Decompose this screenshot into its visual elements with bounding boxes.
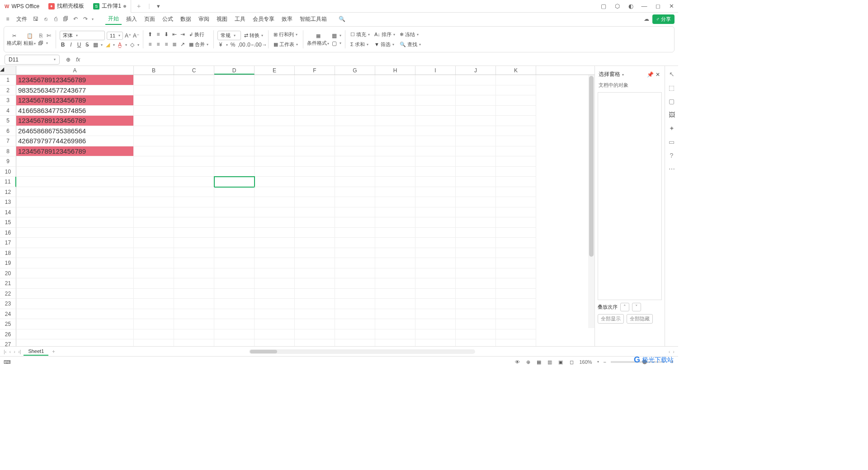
cell[interactable] [16, 167, 134, 177]
cell[interactable] [496, 126, 536, 136]
cell[interactable] [214, 136, 255, 146]
cell[interactable] [295, 329, 335, 340]
cell[interactable] [375, 126, 415, 136]
cell[interactable] [456, 177, 496, 187]
cell[interactable] [415, 309, 456, 320]
indent-decrease-icon[interactable]: ⇤ [171, 31, 178, 38]
cell[interactable] [496, 136, 536, 146]
cell[interactable] [295, 278, 335, 289]
cell[interactable] [255, 207, 295, 218]
font-name-select[interactable]: 宋体▾ [60, 31, 105, 40]
cell[interactable] [496, 278, 536, 289]
print-icon[interactable]: ⎙ [52, 16, 60, 22]
cell[interactable] [415, 136, 456, 146]
copy-icon[interactable]: ⎘ [38, 33, 44, 39]
percent-icon[interactable]: % [230, 42, 236, 48]
cell[interactable] [415, 217, 456, 228]
cell[interactable] [255, 309, 295, 320]
bold-icon[interactable]: B [60, 42, 66, 48]
cell[interactable] [295, 238, 335, 248]
menu-view[interactable]: 视图 [214, 14, 230, 24]
cell[interactable] [415, 329, 456, 340]
row-header[interactable]: 26 [0, 329, 16, 340]
cell[interactable] [214, 278, 255, 289]
cell[interactable] [255, 116, 295, 126]
menu-page[interactable]: 页面 [142, 14, 158, 24]
cell[interactable] [335, 309, 375, 320]
cell[interactable] [335, 289, 375, 299]
cell[interactable] [375, 177, 415, 187]
cell[interactable] [214, 299, 255, 309]
cell[interactable] [335, 339, 375, 346]
cell[interactable] [174, 339, 214, 346]
col-header-G[interactable]: G [335, 66, 375, 75]
help-icon[interactable]: ? [670, 152, 674, 159]
cell[interactable] [134, 339, 174, 346]
cell[interactable] [295, 228, 335, 238]
underline-icon[interactable]: U [76, 42, 82, 48]
presentation-icon[interactable]: ▢ [669, 98, 675, 105]
cell[interactable] [214, 197, 255, 207]
cell[interactable] [456, 309, 496, 320]
cell[interactable] [415, 75, 456, 85]
cell[interactable] [456, 258, 496, 268]
cell[interactable]: 123456789123456789 [16, 146, 134, 157]
cell[interactable] [255, 228, 295, 238]
cell[interactable] [335, 75, 375, 85]
cell[interactable] [255, 95, 295, 106]
link-icon[interactable]: ⎋ [42, 16, 50, 22]
view-full-icon[interactable]: ◻ [568, 359, 575, 365]
redo-icon[interactable]: ↷ [81, 16, 90, 22]
cell[interactable] [496, 339, 536, 346]
cell[interactable] [456, 339, 496, 346]
cell[interactable] [16, 228, 134, 238]
row-header[interactable]: 19 [0, 258, 16, 268]
cell[interactable] [295, 248, 335, 258]
cell[interactable] [134, 278, 174, 289]
decrease-font-icon[interactable]: A⁻ [133, 33, 139, 39]
cell[interactable] [415, 207, 456, 218]
formula-input[interactable] [85, 56, 675, 63]
cell[interactable] [375, 146, 415, 157]
row-header[interactable]: 3 [0, 95, 16, 106]
cell[interactable] [496, 309, 536, 320]
style-panel-icon[interactable]: ⬚ [669, 84, 675, 91]
cell[interactable] [415, 228, 456, 238]
cell[interactable] [335, 156, 375, 167]
cell[interactable] [174, 136, 214, 146]
cell[interactable] [134, 187, 174, 197]
freeze-button[interactable]: ❄ 冻结▾ [398, 30, 422, 39]
cell[interactable] [174, 197, 214, 207]
cell[interactable] [174, 106, 214, 116]
cell[interactable] [134, 238, 174, 248]
cell[interactable] [174, 329, 214, 340]
cell[interactable] [456, 289, 496, 299]
cell[interactable] [456, 228, 496, 238]
row-header[interactable]: 2 [0, 85, 16, 96]
cell[interactable] [375, 258, 415, 268]
cell[interactable] [375, 75, 415, 85]
cell[interactable] [134, 197, 174, 207]
cell[interactable] [214, 268, 255, 279]
indent-increase-icon[interactable]: ⇥ [179, 31, 186, 38]
cell[interactable] [496, 258, 536, 268]
cell[interactable] [295, 197, 335, 207]
cell[interactable] [496, 116, 536, 126]
cell[interactable] [134, 248, 174, 258]
row-header[interactable]: 1 [0, 75, 16, 85]
cell[interactable] [335, 177, 375, 187]
cell[interactable] [255, 177, 295, 187]
select-tool-icon[interactable]: ↖ [669, 70, 675, 78]
cell[interactable] [335, 85, 375, 96]
col-header-D[interactable]: D [214, 66, 255, 75]
clear-format-icon[interactable]: ◇ [129, 42, 135, 48]
cell[interactable] [496, 187, 536, 197]
cell-style-icon[interactable]: ▢ [331, 40, 337, 47]
find-button[interactable]: 🔍 查找▾ [398, 40, 422, 49]
orientation-icon[interactable]: ↗ [179, 41, 186, 47]
clipboard-icon[interactable]: 🗊 [38, 40, 44, 47]
cell[interactable] [375, 329, 415, 340]
cell[interactable] [456, 187, 496, 197]
cell[interactable] [375, 136, 415, 146]
cell[interactable] [456, 248, 496, 258]
